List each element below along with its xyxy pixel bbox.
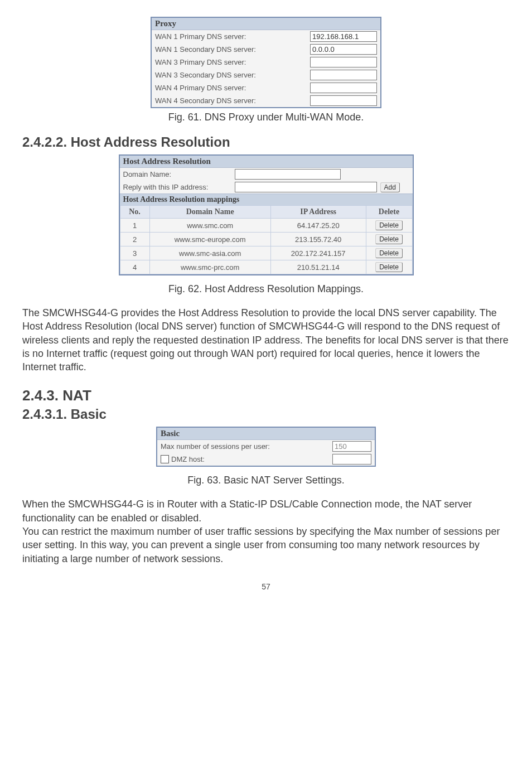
- cell-delete: Delete: [366, 260, 412, 274]
- reply-ip-label: Reply with this IP address:: [123, 183, 235, 191]
- add-button[interactable]: Add: [380, 182, 400, 192]
- proxy-dns-input[interactable]: [310, 57, 377, 67]
- fig62-caption: Fig. 62. Host Address Resolution Mapping…: [22, 283, 510, 295]
- cell-delete: Delete: [366, 246, 412, 260]
- delete-button[interactable]: Delete: [375, 248, 403, 258]
- th-ip: IP Address: [270, 206, 366, 219]
- proxy-row-label: WAN 1 Primary DNS server:: [155, 32, 310, 41]
- nat-paragraph1: When the SMCWHSG44-G is in Router with a…: [22, 497, 510, 525]
- mappings-table: No. Domain Name IP Address Delete 1www.s…: [120, 205, 413, 274]
- cell-no: 3: [120, 246, 149, 260]
- proxy-dns-input[interactable]: [310, 95, 377, 106]
- table-row: 1www.smc.com64.147.25.20Delete: [120, 219, 412, 233]
- delete-button[interactable]: Delete: [375, 262, 403, 272]
- proxy-row: WAN 1 Secondary DNS server:: [152, 43, 380, 56]
- basic-panel: Basic Max number of sessions per user: D…: [156, 427, 376, 467]
- cell-no: 1: [120, 219, 149, 233]
- proxy-dns-input[interactable]: [310, 70, 377, 80]
- proxy-row-label: WAN 4 Primary DNS server:: [155, 84, 310, 92]
- har-paragraph: The SMCWHSG44-G provides the Host Addres…: [22, 306, 510, 374]
- cell-delete: Delete: [366, 233, 412, 246]
- table-row: 2www.smc-europe.com213.155.72.40Delete: [120, 233, 412, 246]
- th-delete: Delete: [366, 206, 412, 219]
- cell-domain: www.smc-prc.com: [149, 260, 270, 274]
- delete-button[interactable]: Delete: [375, 234, 403, 244]
- delete-button[interactable]: Delete: [375, 220, 403, 230]
- heading-nat: 2.4.3. NAT: [22, 387, 510, 404]
- fig63-caption: Fig. 63. Basic NAT Server Settings.: [22, 475, 510, 486]
- proxy-title: Proxy: [152, 18, 380, 30]
- har-panel: Host Address Resolution Domain Name: Rep…: [119, 154, 414, 275]
- proxy-row-label: WAN 4 Secondary DNS server:: [155, 96, 310, 105]
- table-row: 4www.smc-prc.com210.51.21.14Delete: [120, 260, 412, 274]
- proxy-row: WAN 3 Secondary DNS server:: [152, 69, 380, 81]
- cell-ip: 202.172.241.157: [270, 246, 366, 260]
- dmz-checkbox[interactable]: [161, 455, 169, 463]
- nat-paragraph2: You can restrict the maximum number of u…: [22, 525, 510, 565]
- dmz-row: DMZ host:: [157, 453, 375, 466]
- proxy-dns-input[interactable]: [310, 31, 377, 42]
- cell-delete: Delete: [366, 219, 412, 233]
- cell-ip: 210.51.21.14: [270, 260, 366, 274]
- domain-name-label: Domain Name:: [123, 170, 235, 178]
- proxy-dns-input[interactable]: [310, 44, 377, 55]
- max-sessions-input[interactable]: [332, 441, 371, 452]
- th-domain: Domain Name: [149, 206, 270, 219]
- heading-host-address-resolution: 2.4.2.2. Host Address Resolution: [22, 134, 510, 150]
- fig61-caption: Fig. 61. DNS Proxy under Multi-WAN Mode.: [22, 112, 510, 123]
- reply-ip-input[interactable]: [235, 182, 377, 192]
- dmz-label: DMZ host:: [171, 455, 205, 463]
- page-number: 57: [22, 582, 510, 591]
- max-sessions-row: Max number of sessions per user:: [157, 440, 375, 453]
- cell-no: 2: [120, 233, 149, 246]
- max-sessions-label: Max number of sessions per user:: [161, 442, 332, 451]
- basic-title: Basic: [157, 428, 375, 440]
- table-row: 3www.smc-asia.com202.172.241.157Delete: [120, 246, 412, 260]
- reply-ip-row: Reply with this IP address: Add: [120, 181, 413, 194]
- har-title: Host Address Resolution: [120, 156, 413, 168]
- proxy-row: WAN 4 Secondary DNS server:: [152, 94, 380, 107]
- cell-ip: 213.155.72.40: [270, 233, 366, 246]
- proxy-row: WAN 1 Primary DNS server:: [152, 30, 380, 43]
- proxy-row-label: WAN 3 Secondary DNS server:: [155, 71, 310, 79]
- dmz-input[interactable]: [332, 454, 371, 465]
- cell-domain: www.smc-asia.com: [149, 246, 270, 260]
- mappings-title: Host Address Resolution mappings: [120, 194, 413, 205]
- proxy-row: WAN 3 Primary DNS server:: [152, 56, 380, 69]
- proxy-panel: Proxy WAN 1 Primary DNS server:WAN 1 Sec…: [151, 17, 381, 108]
- th-no: No.: [120, 206, 149, 219]
- proxy-dns-input[interactable]: [310, 83, 377, 93]
- cell-ip: 64.147.25.20: [270, 219, 366, 233]
- cell-domain: www.smc-europe.com: [149, 233, 270, 246]
- domain-name-input[interactable]: [235, 169, 341, 180]
- proxy-row-label: WAN 3 Primary DNS server:: [155, 58, 310, 66]
- table-header-row: No. Domain Name IP Address Delete: [120, 206, 412, 219]
- cell-no: 4: [120, 260, 149, 274]
- cell-domain: www.smc.com: [149, 219, 270, 233]
- heading-basic: 2.4.3.1. Basic: [22, 407, 510, 422]
- proxy-row-label: WAN 1 Secondary DNS server:: [155, 45, 310, 54]
- proxy-row: WAN 4 Primary DNS server:: [152, 81, 380, 94]
- domain-name-row: Domain Name:: [120, 168, 413, 181]
